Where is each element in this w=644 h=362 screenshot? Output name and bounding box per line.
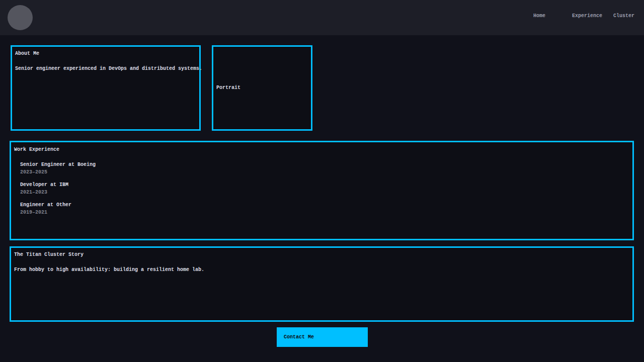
experience-title: Work Experience	[14, 147, 629, 153]
entry-title: Senior Engineer at Boeing	[20, 162, 629, 168]
entry-dates: 2021–2023	[20, 190, 629, 196]
experience-entries: Senior Engineer at Boeing 2023–2025 Deve…	[20, 162, 629, 216]
portrait-card: Portrait	[212, 45, 312, 131]
top-nav: Home Experience Cluster	[0, 0, 644, 35]
about-body: Senior engineer experienced in DevOps an…	[15, 66, 196, 72]
entry-title: Engineer at Other	[20, 202, 629, 208]
nav-link-home[interactable]: Home	[533, 13, 545, 19]
avatar	[8, 5, 33, 30]
experience-entry: Developer at IBM 2021–2023	[20, 182, 629, 196]
cluster-story-body: From hobby to high availability: buildin…	[14, 267, 629, 273]
experience-card: Work Experience Senior Engineer at Boein…	[10, 141, 634, 240]
experience-entry: Senior Engineer at Boeing 2023–2025	[20, 162, 629, 175]
entry-title: Developer at IBM	[20, 182, 629, 188]
contact-button[interactable]: Contact Me	[277, 327, 368, 347]
about-title: About Me	[15, 51, 196, 57]
nav-link-cluster[interactable]: Cluster	[613, 13, 634, 19]
experience-entry: Engineer at Other 2019–2021	[20, 202, 629, 216]
entry-dates: 2023–2025	[20, 169, 629, 175]
entry-dates: 2019–2021	[20, 210, 629, 216]
cluster-story-card: The Titan Cluster Story From hobby to hi…	[10, 246, 634, 322]
nav-link-experience[interactable]: Experience	[572, 13, 602, 19]
about-card: About Me Senior engineer experienced in …	[11, 45, 201, 131]
portrait-placeholder-label: Portrait	[216, 85, 240, 91]
cluster-story-title: The Titan Cluster Story	[14, 252, 629, 258]
